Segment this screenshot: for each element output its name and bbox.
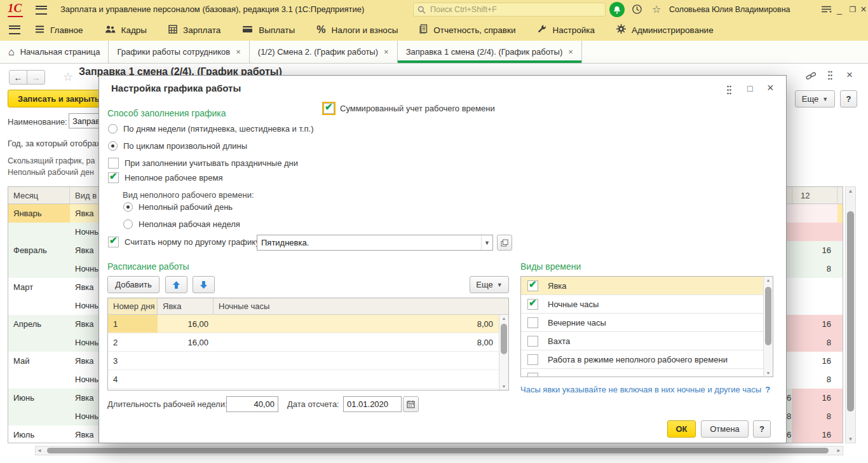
part-day-radio[interactable] [123, 202, 133, 212]
norm-checkbox[interactable]: ✔ [108, 237, 119, 247]
tab-3[interactable]: (1/2) Смена 2. (График работы)× [250, 41, 398, 63]
month-cell[interactable]: Март [8, 278, 70, 296]
horizontal-scrollbar[interactable]: ◄ ► [35, 446, 843, 455]
time-kind-checkbox[interactable]: ✔ [527, 373, 538, 378]
history-icon[interactable] [632, 4, 642, 15]
add-row-button[interactable]: Добавить [107, 276, 159, 293]
grid-row-right-2[interactable] [787, 223, 843, 241]
night-hours-cell[interactable]: 8,00 [214, 315, 508, 333]
grid-row-13[interactable]: ИюльЯвка [8, 425, 99, 443]
menu-item-4[interactable]: Выплаты [231, 19, 306, 41]
column-header-month[interactable]: Месяц [8, 187, 70, 204]
main-menu-icon[interactable] [36, 6, 47, 15]
scroll-down-icon[interactable]: ▼ [846, 435, 855, 443]
move-up-button[interactable] [165, 276, 187, 293]
holidays-option[interactable]: ✔ При заполнении учитывать праздничные д… [108, 158, 298, 169]
grid-row-right-12[interactable]: 88 [787, 407, 843, 425]
tab-4[interactable]: Заправка 1 смена (2/4). (График работы)× [398, 41, 582, 63]
day12-cell[interactable]: 16 [792, 315, 837, 333]
schedule-row-4[interactable]: 4 [108, 370, 508, 389]
nav-forward-button[interactable]: → [27, 70, 45, 85]
window-minimize-button[interactable]: _ [832, 0, 846, 19]
hint-help-link[interactable]: ? [765, 385, 770, 394]
month-cell[interactable]: Июль [8, 425, 70, 443]
month-cell[interactable]: Февраль [8, 241, 70, 259]
tab-1[interactable]: ⌂Начальная страница [0, 41, 109, 63]
dialog-close-icon[interactable]: × [767, 81, 774, 95]
attendance-cell[interactable]: 16,00 [158, 315, 214, 333]
kind-cell[interactable]: Ночные [70, 407, 99, 425]
scroll-thumb[interactable] [765, 287, 771, 345]
combobox-dropdown-icon[interactable]: ▼ [481, 235, 492, 250]
grid-row-2[interactable]: Ночные [8, 223, 99, 241]
grid-row-8[interactable]: Ночные [8, 333, 99, 352]
time-kind-checkbox[interactable]: ✔ [527, 336, 538, 347]
menu-item-6[interactable]: Отчетность, справки [409, 19, 526, 41]
month-cell[interactable]: Январь [8, 204, 70, 223]
menu-item-2[interactable]: Кадры [94, 19, 158, 41]
form-close-icon[interactable]: × [846, 69, 853, 81]
day12-cell[interactable] [792, 204, 837, 223]
scroll-up-icon[interactable]: ▲ [764, 277, 773, 284]
fill-by-week-option[interactable]: По дням недели (пятидневка, шестидневка … [108, 124, 314, 134]
scroll-up-icon[interactable]: ▲ [846, 187, 855, 195]
time-kind-checkbox[interactable]: ✔ [527, 299, 538, 310]
tab-close-icon[interactable]: × [568, 47, 573, 57]
scroll-right-icon[interactable]: ► [835, 446, 843, 455]
part-time-option[interactable]: ✔ Неполное рабочее время [108, 172, 222, 183]
attendance-cell[interactable]: 16,00 [158, 333, 214, 351]
day-number-cell[interactable]: 1 [108, 315, 158, 333]
grid-row-6[interactable]: Ночные [8, 296, 99, 315]
ok-button[interactable]: ОК [667, 420, 696, 438]
grid-row-right-7[interactable]: 16 [787, 315, 843, 333]
attendance-hint-link[interactable]: Часы явки указывайте не включая в них но… [520, 385, 770, 394]
kind-cell[interactable]: Ночные [70, 259, 99, 278]
window-close-button[interactable]: × [857, 0, 868, 19]
menu-item-7[interactable]: Настройка [526, 19, 605, 41]
start-date-input[interactable] [343, 396, 402, 412]
column-header-attendance[interactable]: Явка [158, 298, 214, 314]
global-search[interactable] [413, 3, 606, 17]
time-kind-row-2[interactable]: ✔Ночные часы [521, 295, 773, 314]
grid-row-right-8[interactable]: 8 [787, 333, 843, 352]
part-week-option[interactable]: Неполная рабочая неделя [123, 219, 240, 229]
schedule-table[interactable]: Номер дня Явка Ночные часы 116,008,00216… [107, 298, 509, 390]
time-kind-row-1[interactable]: ✔Явка [521, 277, 773, 295]
kind-cell[interactable]: Ночные [70, 370, 99, 389]
month-cell[interactable]: Июнь [8, 389, 70, 407]
day12-cell[interactable] [792, 223, 837, 241]
grid-row-5[interactable]: МартЯвка [8, 278, 99, 296]
column-header-kind[interactable]: Вид в [70, 187, 99, 204]
grid-row-right-4[interactable]: 8 [787, 259, 843, 278]
night-hours-cell[interactable] [214, 352, 508, 370]
time-kind-row-5[interactable]: ✔Работа в режиме неполного рабочего врем… [521, 350, 773, 369]
schedule-grid-right[interactable]: 12 16816816861688616 [787, 186, 843, 443]
summed-time-option[interactable]: ✔ Суммированный учет рабочего времени [323, 103, 495, 114]
time-kind-row-6[interactable]: ✔ [521, 369, 773, 377]
menu-item-8[interactable]: Администрирование [606, 19, 724, 41]
column-header-12[interactable]: 12 [792, 187, 837, 204]
service-menu-icon[interactable] [821, 6, 832, 13]
sections-menu-icon[interactable] [9, 25, 20, 34]
day12-cell[interactable]: 16 [792, 389, 837, 407]
month-cell[interactable]: Апрель [8, 315, 70, 333]
schedule-grid-left[interactable]: Месяц Вид в ЯнварьЯвкаНочныеФевральЯвкаН… [8, 186, 99, 443]
time-kind-row-4[interactable]: ✔Вахта [521, 332, 773, 350]
more-button[interactable]: Еще ▼ [795, 90, 835, 107]
attendance-cell[interactable] [158, 352, 214, 370]
night-hours-cell[interactable] [214, 370, 508, 388]
grid-row-right-13[interactable]: 616 [787, 425, 843, 443]
month-cell[interactable] [8, 333, 70, 352]
grid-row-right-9[interactable]: 16 [787, 352, 843, 370]
get-link-icon[interactable] [806, 71, 817, 83]
search-input[interactable] [429, 4, 601, 15]
grid-row-right-3[interactable]: 16 [787, 241, 843, 259]
favorite-star-icon[interactable]: ☆ [63, 70, 73, 84]
scroll-down-icon[interactable]: ▼ [499, 383, 508, 390]
norm-schedule-combobox[interactable]: Пятидневка. ▼ [257, 235, 493, 251]
user-name[interactable]: Соловьева Юлия Владимировна [669, 5, 790, 14]
vertical-scrollbar[interactable]: ▲ ▼ [845, 186, 856, 443]
day12-cell[interactable] [792, 296, 837, 315]
favorites-star-icon[interactable]: ☆ [652, 3, 661, 15]
notifications-bell-icon[interactable] [609, 2, 625, 17]
